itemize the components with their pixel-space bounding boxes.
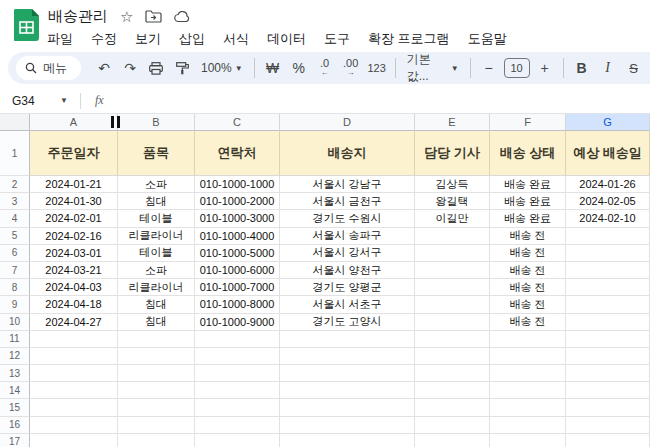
column-header-A[interactable]: A	[30, 114, 118, 131]
menu-item-9[interactable]: 도움말	[459, 28, 516, 50]
cell-G17[interactable]	[566, 434, 650, 447]
row-header-10[interactable]: 10	[0, 314, 30, 331]
cell-F15[interactable]	[490, 399, 566, 416]
cell-F1[interactable]: 배송 상태	[490, 131, 566, 176]
cell-A1[interactable]: 주문일자	[30, 131, 118, 176]
undo-button[interactable]: ↶	[91, 55, 117, 81]
cell-D15[interactable]	[280, 399, 415, 416]
column-header-C[interactable]: C	[195, 114, 280, 131]
cell-F4[interactable]: 배송 완료	[490, 210, 566, 227]
cell-C13[interactable]	[195, 365, 280, 382]
cell-E15[interactable]	[415, 399, 490, 416]
cell-C12[interactable]	[195, 348, 280, 365]
cell-A9[interactable]: 2024-04-18	[30, 296, 118, 313]
column-header-G[interactable]: G	[566, 114, 650, 131]
currency-format-button[interactable]: ₩	[260, 55, 286, 81]
cell-B3[interactable]: 침대	[118, 193, 195, 210]
document-title[interactable]: 배송관리	[48, 7, 108, 26]
cell-E16[interactable]	[415, 417, 490, 434]
cell-G6[interactable]	[566, 245, 650, 262]
menu-item-2[interactable]: 수정	[82, 28, 126, 50]
percent-format-button[interactable]: %	[286, 55, 312, 81]
sheets-logo-icon[interactable]	[14, 9, 39, 41]
cell-E13[interactable]	[415, 365, 490, 382]
zoom-select[interactable]: 100% ▼	[195, 61, 249, 75]
cell-C16[interactable]	[195, 417, 280, 434]
cell-B10[interactable]: 침대	[118, 314, 195, 331]
column-resize-indicator[interactable]	[111, 116, 120, 128]
cell-G8[interactable]	[566, 279, 650, 296]
font-size-input[interactable]: 10	[504, 58, 530, 78]
cell-B12[interactable]	[118, 348, 195, 365]
cell-A7[interactable]: 2024-03-21	[30, 262, 118, 279]
cell-C10[interactable]: 010-1000-9000	[195, 314, 280, 331]
cell-G15[interactable]	[566, 399, 650, 416]
cell-F9[interactable]: 배송 전	[490, 296, 566, 313]
cell-C15[interactable]	[195, 399, 280, 416]
cell-C2[interactable]: 010-1000-1000	[195, 176, 280, 193]
font-family-select[interactable]: 기본값... ▼	[401, 51, 465, 85]
cell-G13[interactable]	[566, 365, 650, 382]
cell-D2[interactable]: 서울시 강남구	[280, 176, 415, 193]
cell-A4[interactable]: 2024-02-01	[30, 210, 118, 227]
cell-F2[interactable]: 배송 완료	[490, 176, 566, 193]
menu-item-8[interactable]: 확장 프로그램	[359, 28, 459, 50]
cell-A8[interactable]: 2024-04-03	[30, 279, 118, 296]
row-header-7[interactable]: 7	[0, 262, 30, 279]
row-header-17[interactable]: 17	[0, 434, 30, 447]
row-header-6[interactable]: 6	[0, 245, 30, 262]
cell-F6[interactable]: 배송 전	[490, 245, 566, 262]
cell-F10[interactable]: 배송 전	[490, 314, 566, 331]
cell-B7[interactable]: 소파	[118, 262, 195, 279]
menu-item-1[interactable]: 파일	[38, 28, 82, 50]
cell-G5[interactable]	[566, 228, 650, 245]
cell-E4[interactable]: 이길만	[415, 210, 490, 227]
cell-D16[interactable]	[280, 417, 415, 434]
cell-C6[interactable]: 010-1000-5000	[195, 245, 280, 262]
cell-D4[interactable]: 경기도 수원시	[280, 210, 415, 227]
paint-format-button[interactable]	[169, 55, 195, 81]
cell-A16[interactable]	[30, 417, 118, 434]
print-button[interactable]	[143, 55, 169, 81]
cell-G16[interactable]	[566, 417, 650, 434]
cell-E6[interactable]	[415, 245, 490, 262]
row-header-3[interactable]: 3	[0, 193, 30, 210]
italic-button[interactable]: I	[595, 55, 621, 81]
cell-E14[interactable]	[415, 382, 490, 399]
cell-A12[interactable]	[30, 348, 118, 365]
menu-item-5[interactable]: 서식	[214, 28, 258, 50]
cell-B4[interactable]: 테이블	[118, 210, 195, 227]
cell-B2[interactable]: 소파	[118, 176, 195, 193]
cell-C11[interactable]	[195, 331, 280, 348]
cell-D7[interactable]: 서울시 양천구	[280, 262, 415, 279]
cell-F11[interactable]	[490, 331, 566, 348]
cell-B11[interactable]	[118, 331, 195, 348]
cell-C5[interactable]: 010-1000-4000	[195, 228, 280, 245]
cell-C7[interactable]: 010-1000-6000	[195, 262, 280, 279]
cloud-status-icon[interactable]	[174, 11, 191, 23]
bold-button[interactable]: B	[569, 55, 595, 81]
cell-E1[interactable]: 담당 기사	[415, 131, 490, 176]
cell-F17[interactable]	[490, 434, 566, 447]
cell-D3[interactable]: 서울시 금천구	[280, 193, 415, 210]
cell-B17[interactable]	[118, 434, 195, 447]
cell-A17[interactable]	[30, 434, 118, 447]
column-header-B[interactable]: B	[118, 114, 195, 131]
row-header-12[interactable]: 12	[0, 348, 30, 365]
font-size-increase-button[interactable]: +	[532, 55, 558, 81]
cell-D5[interactable]: 서울시 송파구	[280, 228, 415, 245]
cell-D8[interactable]: 경기도 양평군	[280, 279, 415, 296]
cell-B1[interactable]: 품목	[118, 131, 195, 176]
cell-A5[interactable]: 2024-02-16	[30, 228, 118, 245]
cell-E9[interactable]	[415, 296, 490, 313]
cell-G10[interactable]	[566, 314, 650, 331]
cell-E8[interactable]	[415, 279, 490, 296]
row-header-14[interactable]: 14	[0, 382, 30, 399]
column-header-F[interactable]: F	[490, 114, 566, 131]
cell-A2[interactable]: 2024-01-21	[30, 176, 118, 193]
cell-B9[interactable]: 침대	[118, 296, 195, 313]
cell-C1[interactable]: 연락처	[195, 131, 280, 176]
star-icon[interactable]: ☆	[120, 9, 133, 25]
cell-B14[interactable]	[118, 382, 195, 399]
cell-G11[interactable]	[566, 331, 650, 348]
